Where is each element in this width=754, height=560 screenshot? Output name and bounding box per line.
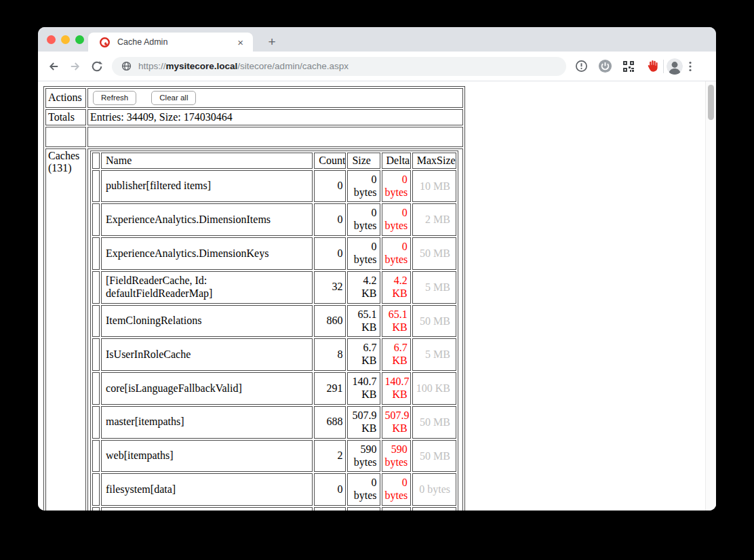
row-spacer-cell [92,237,100,270]
cache-delta-cell: 0 bytes [382,473,411,506]
browser-menu-button[interactable] [683,58,698,75]
cache-maxsize-cell: 5 MB [412,338,456,371]
row-spacer-cell [92,372,100,405]
cache-delta-cell: 590 bytes [382,440,411,473]
cache-maxsize-cell: 5 MB [412,271,456,304]
window-zoom-button[interactable] [75,35,84,44]
column-header-count: Count [314,153,346,169]
sitecore-logo-icon [99,37,111,48]
cache-maxsize-cell: 10 MB [412,170,456,203]
cache-name-cell: core[isLanguageFallbackValid] [101,372,313,405]
cache-delta-cell: 0 bytes [382,203,411,236]
spacer-content-cell [87,127,463,147]
cache-name-cell: publisher[filtered items] [101,170,313,203]
url-path: /sitecore/admin/cache.aspx [237,61,349,71]
cache-name-cell: ItemCloningRelations [101,305,313,338]
cache-count-cell: 0 [314,473,346,506]
new-tab-button[interactable]: + [263,34,281,51]
block-hand-extension-button[interactable] [644,58,660,75]
actions-cell: RefreshClear all [87,88,463,108]
address-bar[interactable]: https://mysitecore.local/sitecore/admin/… [112,57,566,76]
scrollbar-thumb[interactable] [708,85,714,120]
clear-all-button[interactable]: Clear all [151,91,196,105]
cache-delta-cell: 0 bytes [382,170,411,203]
cache-size-cell: 65.1 KB [347,305,380,338]
cache-count-cell: 0 [314,203,346,236]
profile-avatar[interactable] [667,58,683,75]
column-header-delta: Delta [382,153,411,169]
cache-table-row: publisher[filtered items] 0 0 bytes 0 by… [92,170,456,203]
tab-strip: Cache Admin × + [38,27,716,52]
cache-size-cell: 0 bytes [347,473,380,506]
cache-maxsize-cell: 50 MB [412,440,456,473]
cache-delta-cell: 21 MB [382,507,411,511]
cache-size-cell: 0 bytes [347,237,380,270]
traffic-lights [47,35,84,44]
cache-delta-cell: 140.7 KB [382,372,411,405]
cache-name-cell: core[data] [101,507,313,511]
cache-count-cell: 6194 [314,507,346,511]
url-text: https://mysitecore.local/sitecore/admin/… [138,61,349,71]
page-viewport: Actions RefreshClear all Totals Entries:… [38,81,716,511]
power-extension-button[interactable] [597,58,613,75]
cache-admin-page: Actions RefreshClear all Totals Entries:… [38,81,716,511]
column-header-name: Name [101,153,313,169]
row-spacer-cell [92,305,100,338]
cache-table-row: IsUserInRoleCache 8 6.7 KB 6.7 KB 5 MB [92,338,456,371]
totals-label: Totals [45,109,86,125]
qr-extension-button[interactable] [620,58,637,75]
tab-cache-admin[interactable]: Cache Admin × [88,33,253,52]
page-scrollbar[interactable] [705,81,716,511]
cache-name-cell: IsUserInRoleCache [101,338,313,371]
cache-table-row: web[itempaths] 2 590 bytes 590 bytes 50 … [92,440,456,473]
row-spacer-cell [92,473,100,506]
tab-close-icon[interactable]: × [235,36,246,49]
row-spacer-cell [92,203,100,236]
cache-maxsize-cell: 50 MB [412,305,456,338]
spacer-row [45,127,463,147]
caches-label: Caches (131) [45,148,86,511]
row-spacer-cell [92,406,100,439]
forward-arrow-icon [69,60,81,73]
cache-size-cell: 6.7 KB [347,338,380,371]
spacer-label-cell [45,127,86,147]
cache-name-cell: [FieldReaderCache, Id: defaultFieldReade… [101,271,313,304]
info-extension-button[interactable] [573,58,589,75]
cache-delta-cell: 4.2 KB [382,271,411,304]
row-spacer-cell [92,507,100,511]
browser-toolbar: https://mysitecore.local/sitecore/admin/… [38,52,716,81]
cache-size-cell: 140.7 KB [347,372,380,405]
cache-maxsize-cell: 2 MB [412,203,456,236]
column-header-size: Size [347,153,380,169]
row-spacer-cell [92,271,100,304]
back-button[interactable] [43,56,64,77]
extensions-area [573,58,660,75]
back-arrow-icon [47,60,60,73]
window-minimize-button[interactable] [61,35,70,44]
url-host: mysitecore.local [166,61,238,71]
reload-icon [91,60,103,73]
cache-count-cell: 2 [314,440,346,473]
info-circle-icon [575,60,588,73]
actions-label: Actions [45,88,86,108]
cache-size-cell: 0 bytes [347,203,380,236]
refresh-button[interactable]: Refresh [93,91,136,105]
cache-delta-cell: 65.1 KB [382,305,411,338]
cache-count-cell: 291 [314,372,346,405]
red-hand-icon [646,59,660,73]
cache-table-row: filesystem[data] 0 0 bytes 0 bytes 0 byt… [92,473,456,506]
forward-button[interactable] [64,56,86,77]
avatar-photo [667,58,683,75]
row-spacer-cell [92,170,100,203]
caches-cell: Name Count Size Delta MaxSize publisher[… [87,148,463,511]
url-scheme: https:// [138,61,166,71]
window-close-button[interactable] [47,35,56,44]
totals-row: Totals Entries: 34409, Size: 174030464 [45,109,463,125]
power-icon [598,59,612,73]
cache-table-row: core[isLanguageFallbackValid] 291 140.7 … [92,372,456,405]
cache-delta-cell: 6.7 KB [382,338,411,371]
header-spacer-cell [92,153,100,169]
caches-table-body: Name Count Size Delta MaxSize publisher[… [92,153,456,511]
caches-row: Caches (131) Name [45,148,463,511]
reload-button[interactable] [86,56,108,77]
